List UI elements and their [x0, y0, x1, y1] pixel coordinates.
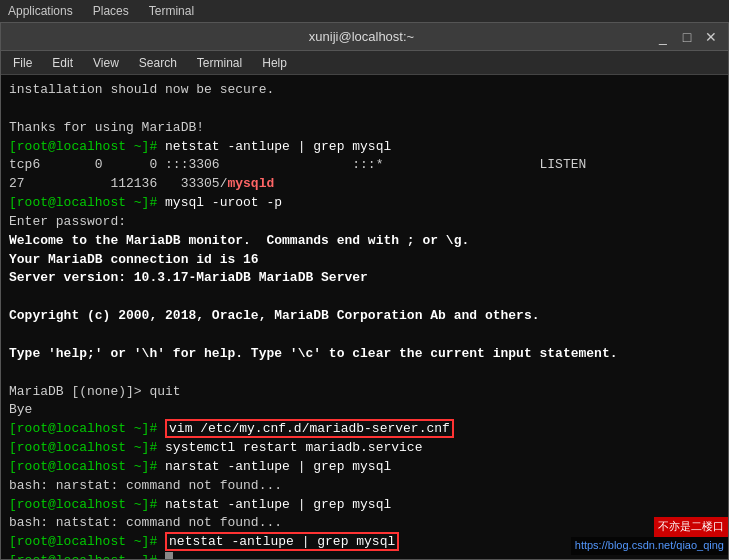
menu-file[interactable]: File [5, 54, 40, 72]
menubar: File Edit View Search Terminal Help [1, 51, 728, 75]
menu-help[interactable]: Help [254, 54, 295, 72]
line-blank-3 [9, 326, 720, 345]
line-18: bash: narstat: command not found... [9, 477, 720, 496]
line-blank-1 [9, 100, 720, 119]
line-5: 27 112136 33305/mysqld [9, 175, 720, 194]
line-6: [root@localhost ~]# mysql -uroot -p [9, 194, 720, 213]
maximize-button[interactable]: □ [678, 29, 696, 45]
window-controls: _ □ ✕ [654, 29, 720, 45]
line-blank-4 [9, 364, 720, 383]
watermark-text: 不亦是二楼口 [654, 517, 728, 537]
terminal-body[interactable]: installation should now be secure. Thank… [1, 75, 728, 559]
line-13: MariaDB [(none)]> quit [9, 383, 720, 402]
taskbar-applications[interactable]: Applications [8, 4, 73, 18]
line-1: installation should now be secure. [9, 81, 720, 100]
minimize-button[interactable]: _ [654, 29, 672, 45]
line-17: [root@localhost ~]# narstat -antlupe | g… [9, 458, 720, 477]
line-16: [root@localhost ~]# systemctl restart ma… [9, 439, 720, 458]
line-19: [root@localhost ~]# natstat -antlupe | g… [9, 496, 720, 515]
taskbar-terminal[interactable]: Terminal [149, 4, 194, 18]
menu-search[interactable]: Search [131, 54, 185, 72]
line-4: tcp6 0 0 :::3306 :::* LISTEN [9, 156, 720, 175]
line-15: [root@localhost ~]# vim /etc/my.cnf.d/ma… [9, 420, 720, 439]
menu-view[interactable]: View [85, 54, 127, 72]
window-title: xuniji@localhost:~ [69, 29, 654, 44]
line-7: Enter password: [9, 213, 720, 232]
line-blank-2 [9, 288, 720, 307]
line-12: Type 'help;' or '\h' for help. Type '\c'… [9, 345, 720, 364]
line-9: Your MariaDB connection id is 16 [9, 251, 720, 270]
line-11: Copyright (c) 2000, 2018, Oracle, MariaD… [9, 307, 720, 326]
terminal-window: xuniji@localhost:~ _ □ ✕ File Edit View … [0, 22, 729, 560]
line-2: Thanks for using MariaDB! [9, 119, 720, 138]
line-8: Welcome to the MariaDB monitor. Commands… [9, 232, 720, 251]
watermark: 不亦是二楼口 https://blog.csdn.net/qiao_qing [571, 517, 728, 555]
os-taskbar: Applications Places Terminal [0, 0, 729, 22]
menu-edit[interactable]: Edit [44, 54, 81, 72]
line-10: Server version: 10.3.17-MariaDB MariaDB … [9, 269, 720, 288]
close-button[interactable]: ✕ [702, 29, 720, 45]
taskbar-places[interactable]: Places [93, 4, 129, 18]
window-titlebar: xuniji@localhost:~ _ □ ✕ [1, 23, 728, 51]
menu-terminal[interactable]: Terminal [189, 54, 250, 72]
line-3: [root@localhost ~]# netstat -antlupe | g… [9, 138, 720, 157]
line-14: Bye [9, 401, 720, 420]
watermark-link: https://blog.csdn.net/qiao_qing [571, 537, 728, 555]
